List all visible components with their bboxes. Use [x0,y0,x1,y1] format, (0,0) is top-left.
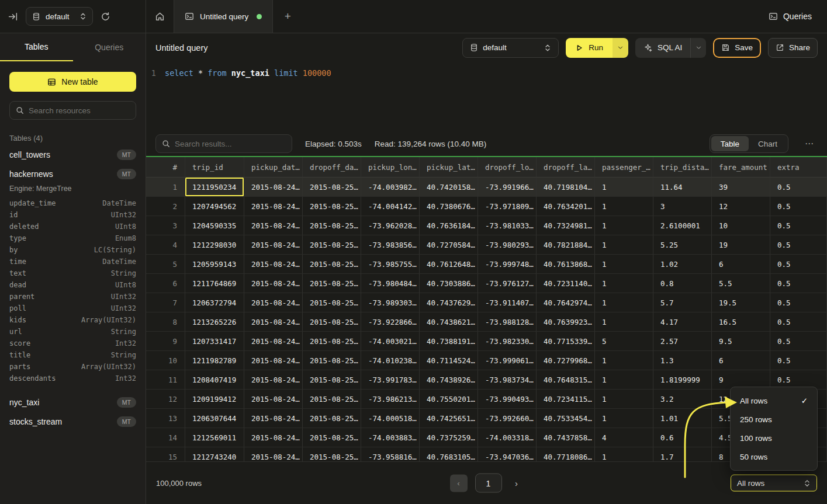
sidebar-table-cell_towers[interactable]: cell_towersMT [0,145,146,164]
table-cell[interactable]: 0.8 [653,274,712,293]
table-cell[interactable]: 2015-08-25… [303,390,361,409]
table-cell[interactable]: 40.7648315… [537,370,595,390]
search-results-input[interactable] [175,140,286,148]
table-cell[interactable]: 2015-08-24… [244,409,303,428]
database-selector-toolbar[interactable]: default [462,38,559,58]
column-header[interactable]: trip_id [185,157,244,178]
table-cell[interactable]: 40.7613868… [537,255,595,274]
menu-item[interactable]: 250 rows [731,410,817,429]
table-cell[interactable]: 40.7639923… [537,312,595,332]
table-cell[interactable]: 0.5 [770,312,827,332]
table-cell[interactable]: 40.7718086… [537,447,595,461]
table-cell[interactable]: 40.7438926… [420,370,478,390]
column-header[interactable]: fare_amount [712,157,770,178]
table-cell[interactable]: 2015-08-25… [303,312,361,332]
table-cell[interactable]: 1209199412 [185,390,244,409]
table-cell[interactable]: 1 [595,351,653,370]
table-cell[interactable]: 0.5 [770,351,827,370]
table-cell[interactable]: 2015-08-24… [244,351,303,370]
table-cell[interactable]: 4 [146,235,185,255]
table-cell[interactable]: 0.5 [770,255,827,274]
table-cell[interactable]: -73.986213… [361,390,420,409]
sidebar-table-hackernews[interactable]: hackernewsMT [0,164,146,183]
table-cell[interactable]: 40.7437858… [537,428,595,447]
table-cell[interactable]: 1207494562 [185,197,244,216]
prev-page-button[interactable]: ‹ [450,474,468,492]
table-cell[interactable]: 6 [146,274,185,293]
table-cell[interactable]: -73.976127… [478,274,537,293]
table-cell[interactable]: 2015-08-24… [244,390,303,409]
table-cell[interactable]: 2015-08-24… [244,293,303,312]
table-cell[interactable]: 2015-08-24… [244,235,303,255]
column-header[interactable]: extra [770,157,827,178]
table-cell[interactable]: 1205959143 [185,255,244,274]
table-cell[interactable]: 40.7438621… [420,312,478,332]
view-toggle-table[interactable]: Table [711,136,749,151]
column-header[interactable]: pickup_dat… [244,157,303,178]
table-cell[interactable]: 2015-08-25… [303,293,361,312]
table-cell[interactable]: 40.7375259… [420,428,478,447]
table-cell[interactable]: 19.5 [712,293,770,312]
table-cell[interactable]: -73.999061… [478,351,537,370]
table-cell[interactable]: 1.7 [653,447,712,461]
table-cell[interactable]: 39 [712,178,770,197]
table-cell[interactable]: 13 [146,409,185,428]
new-table-button[interactable]: New table [9,72,136,92]
menu-item[interactable]: All rows✓ [731,391,817,410]
table-cell[interactable]: 1 [595,216,653,235]
table-cell[interactable]: 2015-08-24… [244,312,303,332]
table-cell[interactable]: -73.990493… [478,390,537,409]
table-cell[interactable]: 1 [595,312,653,332]
table-cell[interactable]: 2.57 [653,332,712,351]
sql-editor[interactable]: 1 select * from nyc_taxi limit 100000 [146,62,827,131]
new-tab-button[interactable]: + [273,0,302,33]
sidebar-table-stocks_stream[interactable]: stocks_streamMT [0,412,146,431]
table-cell[interactable]: 2015-08-24… [244,178,303,197]
tab-untitled-query[interactable]: Untitled query [174,0,273,33]
table-cell[interactable]: 11 [146,370,185,390]
run-button[interactable]: Run [566,38,613,58]
database-selector-top[interactable]: default [26,7,93,26]
table-cell[interactable]: 9 [146,332,185,351]
table-cell[interactable]: 10 [712,216,770,235]
table-cell[interactable]: 6 [712,351,770,370]
table-cell[interactable]: 2015-08-25… [303,370,361,390]
table-cell[interactable]: 1207331417 [185,332,244,351]
table-cell[interactable]: 2015-08-24… [244,428,303,447]
table-cell[interactable]: 8 [146,312,185,332]
sql-ai-caret[interactable] [690,38,706,58]
column-header[interactable]: dropoff_la… [537,157,595,178]
table-cell[interactable]: 40.7634201… [537,197,595,216]
table-cell[interactable]: 40.7234115… [537,390,595,409]
table-cell[interactable]: 0.5 [770,332,827,351]
table-cell[interactable]: 2015-08-25… [303,216,361,235]
table-cell[interactable]: 40.7388191… [420,332,478,351]
table-cell[interactable]: 40.7550201… [420,390,478,409]
table-cell[interactable]: -74.010238… [361,351,420,370]
table-cell[interactable]: 1213265226 [185,312,244,332]
table-cell[interactable]: -73.988128… [478,312,537,332]
sidebar-table-nyc_taxi[interactable]: nyc_taxiMT [0,392,146,412]
run-options-caret[interactable] [613,38,628,58]
table-cell[interactable]: 40.7231140… [537,274,595,293]
table-cell[interactable]: 9.5 [712,332,770,351]
table-cell[interactable]: 10 [146,351,185,370]
table-cell[interactable]: 3.2 [653,390,712,409]
table-cell[interactable]: 16.5 [712,312,770,332]
table-cell[interactable]: 1212743240 [185,447,244,461]
column-header[interactable]: trip_dista… [653,157,712,178]
page-size-select[interactable]: All rows [731,475,817,492]
table-cell[interactable]: -73.983734… [478,370,537,390]
table-cell[interactable]: 2015-08-25… [303,332,361,351]
column-header[interactable]: pickup_lon… [361,157,420,178]
table-cell[interactable]: 1 [595,447,653,461]
table-cell[interactable]: 1.01 [653,409,712,428]
table-cell[interactable]: 0.5 [770,274,827,293]
table-cell[interactable]: 2015-08-24… [244,274,303,293]
table-cell[interactable]: -73.991966… [478,178,537,197]
table-cell[interactable]: 40.7683105… [420,447,478,461]
table-cell[interactable]: 0.6 [653,428,712,447]
table-cell[interactable]: -73.958816… [361,447,420,461]
table-cell[interactable]: 0.5 [770,216,827,235]
next-page-button[interactable]: › [510,478,524,488]
